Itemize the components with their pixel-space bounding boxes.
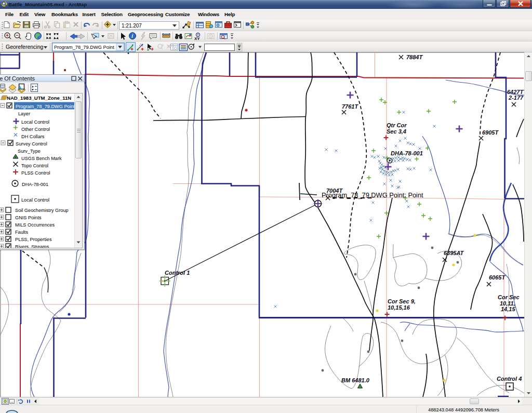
svg-text:7884T: 7884T	[406, 54, 423, 60]
svg-text:Program_78_79.DWG Point: Point: Program_78_79.DWG Point: Point	[322, 191, 423, 199]
svg-text:GNIS Points: GNIS Points	[15, 215, 42, 220]
svg-text:Sec 3,4: Sec 3,4	[387, 128, 406, 135]
svg-text:MILS Occurrences: MILS Occurrences	[15, 222, 55, 228]
svg-text:Program_78_79.DWG Point: Program_78_79.DWG Point	[16, 104, 75, 109]
svg-text:6395AT: 6395AT	[444, 250, 464, 256]
svg-text:Local Control: Local Control	[21, 119, 49, 125]
svg-text:Other Control: Other Control	[21, 127, 50, 132]
svg-text:Local Control: Local Control	[21, 197, 49, 203]
svg-text:Control 1: Control 1	[165, 270, 190, 276]
svg-text:Qtr Cor: Qtr Cor	[387, 122, 407, 128]
svg-text:14,15: 14,15	[501, 306, 515, 312]
svg-text:Survey Control: Survey Control	[16, 141, 47, 146]
svg-text:Control 4: Control 4	[497, 376, 522, 382]
svg-text:Cor Sec 9,: Cor Sec 9,	[388, 298, 416, 304]
svg-text:Surv_Type: Surv_Type	[18, 149, 41, 154]
svg-text:Topo Control: Topo Control	[21, 163, 48, 168]
svg-text:Layer: Layer	[18, 111, 30, 116]
svg-text:6065T: 6065T	[489, 274, 506, 281]
svg-text:XY: XY	[194, 36, 200, 41]
svg-text:2-177: 2-177	[508, 95, 524, 101]
svg-text:1:21.207: 1:21.207	[122, 23, 142, 29]
svg-text:10,15,16: 10,15,16	[388, 304, 410, 311]
svg-text:PLSS, Properties: PLSS, Properties	[15, 237, 52, 242]
svg-text:Faults: Faults	[15, 230, 28, 235]
svg-text:DH Collars: DH Collars	[21, 134, 45, 139]
svg-text:BM 6481.0: BM 6481.0	[341, 377, 370, 383]
svg-text:DHA-78-001: DHA-78-001	[22, 182, 48, 187]
svg-text:NAD_1983_UTM_Zone_11N: NAD_1983_UTM_Zone_11N	[7, 95, 71, 101]
svg-text:Soil Geochemistry Group: Soil Geochemistry Group	[15, 208, 69, 213]
svg-text:Cor Sec: Cor Sec	[498, 294, 520, 300]
svg-text:Rivers, Streams: Rivers, Streams	[15, 244, 49, 249]
svg-text:DHA-78-001: DHA-78-001	[391, 150, 423, 156]
svg-text:PLSS Control: PLSS Control	[21, 170, 50, 176]
svg-text:7761T: 7761T	[342, 103, 358, 110]
svg-text:USGS Bench Mark: USGS Bench Mark	[21, 156, 62, 161]
svg-text:Georeferencing: Georeferencing	[6, 44, 44, 50]
svg-text:i: i	[131, 33, 133, 39]
svg-text:6905T: 6905T	[482, 129, 499, 136]
svg-text:Program_78_79.DWG Point: Program_78_79.DWG Point	[54, 45, 114, 50]
